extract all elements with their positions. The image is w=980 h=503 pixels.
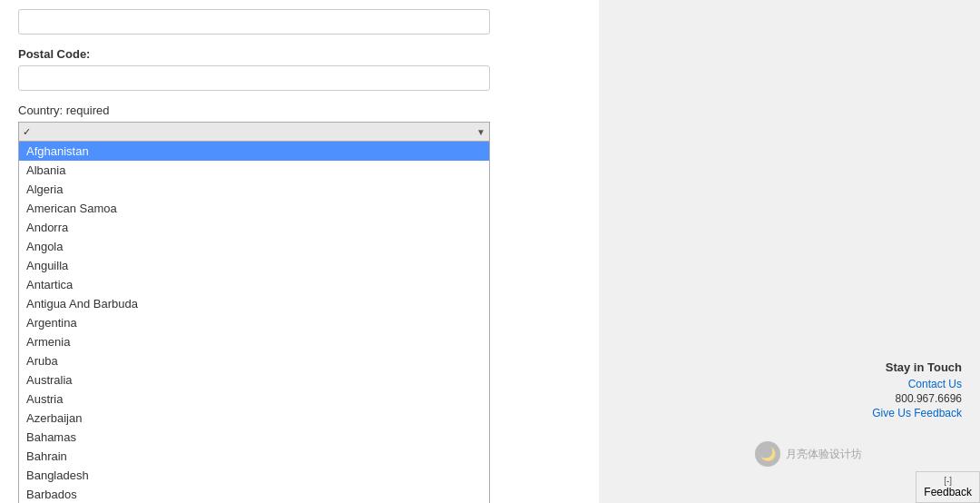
dropdown-item[interactable]: Antartica [19, 275, 489, 294]
dropdown-item[interactable]: Anguilla [19, 256, 489, 275]
country-required: required [66, 104, 110, 117]
dropdown-header-arrow: ▼ [476, 127, 485, 137]
page-wrapper: Postal Code: Country: required ✓ ▼ Afgha… [0, 0, 980, 503]
country-section: Country: required ✓ ▼ AfghanistanAlbania… [18, 104, 581, 142]
feedback-label: Feedback [924, 486, 972, 498]
dropdown-item[interactable]: Albania [19, 161, 489, 180]
dropdown-item[interactable]: Algeria [19, 180, 489, 199]
postal-code-section: Postal Code: [18, 47, 581, 91]
dropdown-item[interactable]: Andorra [19, 218, 489, 237]
country-dropdown[interactable]: ✓ ▼ AfghanistanAlbaniaAlgeriaAmerican Sa… [18, 122, 490, 142]
stay-in-touch: Stay in Touch Contact Us 800.967.6696 Gi… [872, 360, 962, 421]
dropdown-item[interactable]: Aruba [19, 351, 489, 370]
right-sidebar: Stay in Touch Contact Us 800.967.6696 Gi… [599, 0, 980, 503]
postal-code-input[interactable] [18, 65, 490, 91]
dropdown-item[interactable]: Bahrain [19, 447, 489, 466]
watermark: 🌙 月亮体验设计坊 [755, 441, 862, 467]
dropdown-item[interactable]: Australia [19, 370, 489, 390]
dropdown-item[interactable]: Azerbaijan [19, 409, 489, 428]
dropdown-item[interactable]: Austria [19, 390, 489, 409]
dropdown-item[interactable]: American Samoa [19, 199, 489, 218]
dropdown-list: AfghanistanAlbaniaAlgeriaAmerican SamoaA… [18, 142, 490, 503]
feedback-tab[interactable]: [-] Feedback [916, 471, 980, 503]
main-content: Postal Code: Country: required ✓ ▼ Afgha… [0, 0, 599, 503]
watermark-icon: 🌙 [755, 441, 780, 467]
dropdown-list-inner[interactable]: AfghanistanAlbaniaAlgeriaAmerican SamoaA… [19, 142, 489, 503]
give-feedback-link[interactable]: Give Us Feedback [872, 407, 962, 419]
contact-us-link[interactable]: Contact Us [872, 378, 962, 390]
dropdown-item[interactable]: Argentina [19, 313, 489, 332]
dropdown-item[interactable]: Antigua And Barbuda [19, 294, 489, 313]
phone-number: 800.967.6696 [872, 392, 962, 405]
dropdown-item[interactable]: Bahamas [19, 428, 489, 447]
dropdown-item[interactable]: Barbados [19, 485, 489, 503]
watermark-text: 月亮体验设计坊 [786, 447, 862, 462]
country-label: Country: required [18, 104, 581, 117]
dropdown-checkmark: ✓ [23, 126, 31, 138]
top-input[interactable] [18, 9, 490, 35]
dropdown-item[interactable]: Afghanistan [19, 142, 489, 161]
dropdown-item[interactable]: Bangladesh [19, 466, 489, 485]
feedback-collapse-icon: [-] [944, 476, 952, 486]
dropdown-header[interactable]: ✓ ▼ [18, 122, 490, 142]
stay-in-touch-title: Stay in Touch [872, 360, 962, 374]
dropdown-item[interactable]: Angola [19, 237, 489, 256]
postal-code-label: Postal Code: [18, 47, 581, 61]
dropdown-item[interactable]: Armenia [19, 332, 489, 351]
top-input-wrapper [18, 9, 581, 35]
